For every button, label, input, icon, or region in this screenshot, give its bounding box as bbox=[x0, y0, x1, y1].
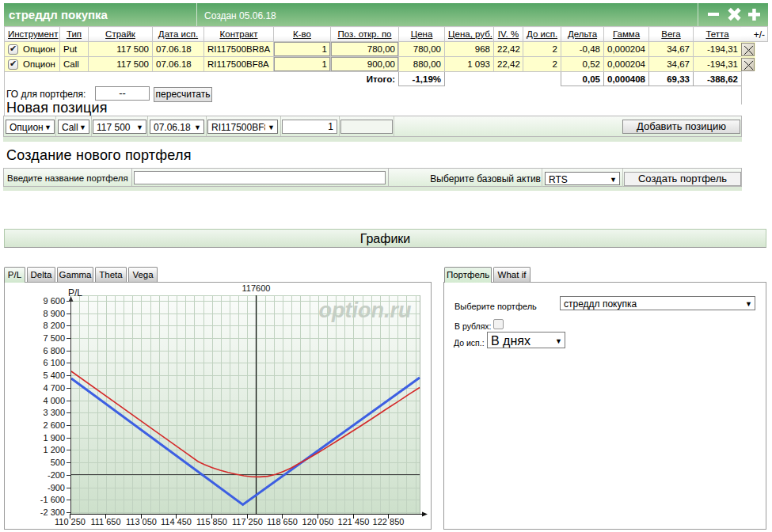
svg-text:117600: 117600 bbox=[242, 283, 271, 293]
svg-text:-200: -200 bbox=[48, 470, 65, 480]
svg-text:8 200: 8 200 bbox=[43, 321, 65, 330]
svg-text:7 500: 7 500 bbox=[43, 333, 65, 343]
svg-text:-2 300: -2 300 bbox=[40, 507, 65, 517]
svg-text:2 600: 2 600 bbox=[43, 420, 65, 430]
svg-text:5 400: 5 400 bbox=[43, 370, 65, 380]
svg-text:1 200: 1 200 bbox=[43, 445, 65, 454]
svg-text:114 450: 114 450 bbox=[161, 517, 192, 526]
svg-text:110 250: 110 250 bbox=[55, 517, 86, 526]
svg-text:6 100: 6 100 bbox=[43, 358, 65, 367]
svg-text:113 050: 113 050 bbox=[126, 517, 157, 526]
svg-text:1 900: 1 900 bbox=[43, 433, 65, 443]
svg-text:-900: -900 bbox=[48, 483, 65, 492]
svg-text:118 650: 118 650 bbox=[267, 517, 298, 526]
svg-text:4 700: 4 700 bbox=[43, 383, 65, 393]
svg-text:9 600: 9 600 bbox=[43, 296, 65, 306]
svg-text:111 650: 111 650 bbox=[90, 517, 120, 526]
svg-text:-1 600: -1 600 bbox=[40, 495, 65, 504]
svg-text:3 300: 3 300 bbox=[43, 408, 65, 417]
svg-text:121 450: 121 450 bbox=[338, 517, 370, 526]
svg-text:120 050: 120 050 bbox=[302, 517, 334, 526]
svg-text:8 900: 8 900 bbox=[43, 309, 65, 318]
svg-text:115 850: 115 850 bbox=[196, 517, 227, 526]
svg-text:122 850: 122 850 bbox=[373, 517, 405, 526]
svg-text:6 800: 6 800 bbox=[43, 346, 65, 355]
svg-text:117 250: 117 250 bbox=[232, 517, 263, 526]
svg-text:4 000: 4 000 bbox=[43, 396, 65, 405]
svg-text:500: 500 bbox=[51, 458, 65, 467]
svg-text:P/L: P/L bbox=[68, 287, 82, 298]
